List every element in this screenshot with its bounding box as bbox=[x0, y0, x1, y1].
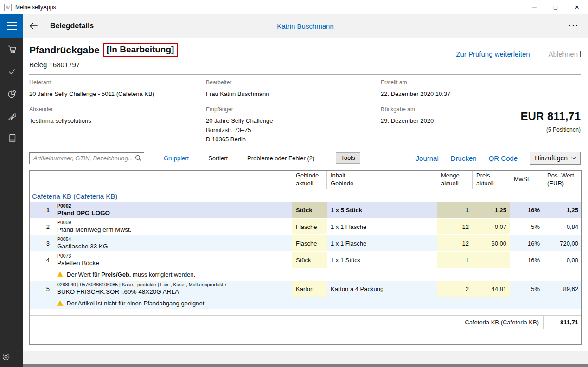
hinzufuegen-button[interactable]: Hinzufügen bbox=[530, 152, 581, 165]
search-box bbox=[29, 152, 144, 164]
page-title: Belegdetails bbox=[50, 22, 94, 30]
search-icon[interactable] bbox=[135, 155, 141, 163]
menge-cell[interactable]: 2 bbox=[437, 281, 473, 297]
gebinde-cell[interactable]: Karton bbox=[292, 281, 327, 297]
forward-for-review-button[interactable]: Zur Prüfung weiterleiten bbox=[456, 50, 530, 58]
document-type-title: Pfandrückgabe bbox=[29, 44, 100, 56]
maximize-button[interactable]: □ bbox=[545, 0, 566, 14]
book-icon[interactable] bbox=[6, 133, 18, 143]
window-title: Meine sellyApps bbox=[15, 4, 56, 11]
pie-chart-icon[interactable] bbox=[6, 89, 18, 99]
warning-triangle-icon bbox=[57, 271, 64, 278]
position-count: (5 Positionen) bbox=[492, 127, 581, 133]
table-row[interactable]: 1 P0002 Pfand DPG LOGO Stück 1 x 5 Stück… bbox=[30, 202, 581, 219]
group-footer: Cafeteria KB (Cafeteria KB) 811,71 bbox=[30, 315, 581, 329]
document-number: Beleg 16801797 bbox=[29, 61, 178, 69]
app-logo-icon: w bbox=[4, 4, 12, 11]
close-button[interactable]: × bbox=[566, 0, 588, 14]
menge-cell[interactable]: 12 bbox=[437, 235, 473, 251]
table-row[interactable]: 2 P0009 Pfand Mehrweg erm Mwst. Flasche … bbox=[30, 219, 581, 235]
field-rueckgabe-am: Rückgabe am 29. Dezember 2020 bbox=[381, 101, 492, 149]
table-row[interactable]: 5 0288040 | 05760466106085 | Käse, -prod… bbox=[30, 281, 581, 297]
table-row[interactable]: 3 P0054 Gasflasche 33 KG Flasche 1 x 1 F… bbox=[30, 235, 581, 252]
search-input[interactable] bbox=[29, 152, 144, 164]
titlebar: w Meine sellyApps ─ □ × bbox=[0, 0, 588, 14]
window-controls: ─ □ × bbox=[524, 0, 588, 14]
gebinde-cell[interactable]: Stück bbox=[292, 202, 327, 218]
document-detail: Pfandrückgabe [In Bearbeitung] Beleg 168… bbox=[23, 38, 588, 351]
row-warning: Der Wert für Preis/Geb. muss korrigiert … bbox=[30, 269, 581, 281]
total-amount: EUR 811,71 bbox=[492, 110, 581, 123]
chevron-down-icon bbox=[572, 155, 576, 159]
cart-icon[interactable] bbox=[6, 44, 18, 54]
field-bearbeiter: Bearbeiter Frau Katrin Buschmann bbox=[206, 75, 381, 101]
field-lieferant: Lieferant 20 Jahre Selly Challenge - 501… bbox=[29, 75, 206, 101]
group-header: Cafeteria KB (Cafeteria KB) bbox=[30, 188, 581, 202]
reject-button[interactable]: Ablehnen bbox=[546, 49, 581, 59]
preis-cell[interactable]: 0,07 bbox=[473, 219, 510, 234]
hamburger-menu-button[interactable] bbox=[0, 14, 23, 38]
footer-group-label: Cafeteria KB (Cafeteria KB) bbox=[54, 316, 543, 329]
preis-cell[interactable]: 60,00 bbox=[473, 235, 510, 251]
checkmark-icon[interactable] bbox=[6, 66, 18, 76]
back-arrow-icon[interactable] bbox=[23, 14, 44, 38]
table-row[interactable]: 4 P0073 Paletten Böcke Stück 1 x 1 Stück… bbox=[30, 252, 581, 269]
filter-sortiert[interactable]: Sortiert bbox=[208, 155, 228, 162]
footer-group-total: 811,71 bbox=[543, 316, 582, 329]
more-options-button[interactable]: ··· bbox=[569, 21, 579, 31]
appbar: Belegdetails Katrin Buschmann ··· bbox=[23, 14, 588, 38]
gebinde-cell[interactable]: Flasche bbox=[292, 235, 327, 251]
user-name[interactable]: Katrin Buschmann bbox=[23, 22, 588, 30]
field-absender: Absender Testfirma sellysolutions bbox=[29, 101, 206, 149]
status-badge: [In Bearbeitung] bbox=[103, 43, 178, 57]
field-empfaenger: Empfänger 20 Jahre Selly Challenge Borni… bbox=[206, 101, 381, 149]
items-toolbar: Gruppiert Sortiert Probleme oder Fehler … bbox=[29, 151, 581, 165]
filter-probleme[interactable]: Probleme oder Fehler (2) bbox=[247, 155, 314, 162]
field-erstellt-am: Erstellt am 22. Dezember 2020 10:37 bbox=[381, 75, 581, 101]
menge-cell[interactable]: 12 bbox=[437, 219, 473, 234]
preis-cell[interactable] bbox=[473, 252, 510, 268]
menge-cell[interactable]: 1 bbox=[437, 202, 473, 218]
tools-button[interactable]: Tools bbox=[336, 152, 360, 164]
preis-cell[interactable]: 44,81 bbox=[473, 281, 510, 297]
row-warning: Der Artikel ist nicht für einen Pfandabg… bbox=[30, 297, 581, 310]
gebinde-cell[interactable]: Flasche bbox=[292, 219, 327, 234]
document-total: EUR 811,71 (5 Positionen) bbox=[492, 101, 581, 149]
qr-code-link[interactable]: QR Code bbox=[489, 154, 518, 162]
filter-gruppiert[interactable]: Gruppiert bbox=[164, 155, 189, 162]
preis-cell[interactable]: 1,25 bbox=[473, 202, 510, 218]
sidebar bbox=[0, 14, 23, 367]
bottom-status-strip bbox=[23, 351, 588, 367]
gebinde-cell[interactable]: Stück bbox=[292, 252, 327, 268]
minimize-button[interactable]: ─ bbox=[524, 0, 545, 14]
items-table: Gebindeaktuell InhaltGebinde Mengeaktuel… bbox=[29, 170, 582, 345]
table-header: Gebindeaktuell InhaltGebinde Mengeaktuel… bbox=[30, 171, 581, 188]
menge-cell[interactable]: 1 bbox=[437, 252, 473, 268]
gear-icon[interactable] bbox=[0, 352, 12, 362]
journal-link[interactable]: Journal bbox=[416, 154, 439, 162]
pizza-slice-icon[interactable] bbox=[6, 111, 18, 121]
warning-triangle-icon bbox=[57, 300, 64, 306]
app-window: w Meine sellyApps ─ □ × bbox=[0, 0, 588, 367]
drucken-link[interactable]: Drucken bbox=[451, 154, 477, 162]
